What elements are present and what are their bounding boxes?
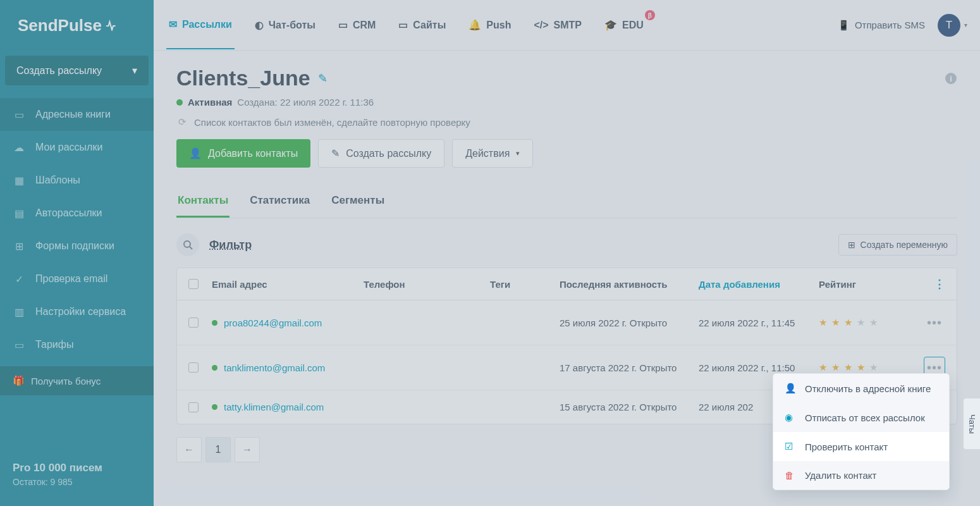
topnav-label: Сайты [413, 20, 446, 31]
filter-link[interactable]: Фильтр [209, 238, 252, 252]
refresh-icon: ⟳ [176, 116, 188, 128]
topnav-item-campaigns[interactable]: ✉Рассылки [166, 1, 235, 49]
get-bonus-button[interactable]: 🎁 Получить бонус [0, 366, 154, 395]
sidebar-item-label: Адресные книги [35, 109, 111, 120]
tab-statistics[interactable]: Статистика [248, 185, 311, 218]
info-icon[interactable]: i [945, 72, 957, 85]
dropdown-item-unsubscribe[interactable]: ◉Отписать от всех рассылок [773, 403, 949, 432]
actions-dropdown-button[interactable]: Действия▾ [452, 139, 533, 168]
envelope-icon: ✉ [169, 18, 177, 30]
svg-text:i: i [950, 74, 952, 83]
sidebar-item-subscription-forms[interactable]: ⊞Формы подписки [0, 230, 154, 262]
topnav-label: SMTP [554, 20, 582, 31]
pulse-icon [106, 20, 119, 31]
row-checkbox[interactable] [188, 402, 199, 412]
btn-label: Действия [465, 148, 510, 159]
sidebar-item-label: Шаблоны [35, 175, 80, 186]
pager-next-button[interactable]: → [235, 437, 260, 462]
sidebar-item-templates[interactable]: ▦Шаблоны [0, 164, 154, 197]
th-phone[interactable]: Телефон [364, 279, 490, 290]
avatar-letter: T [946, 19, 952, 32]
sidebar-item-pricing[interactable]: ▭Тарифы [0, 328, 154, 361]
sidebar-item-label: Проверка email [35, 273, 107, 285]
phone-icon: 📱 [838, 20, 850, 31]
sidebar-item-label: Формы подписки [35, 240, 114, 252]
create-campaign-button-main[interactable]: ✎Создать рассылку [318, 139, 444, 168]
created-text: Создана: 22 июля 2022 г. 11:36 [237, 97, 374, 108]
rating-stars: ★★★★★ [819, 362, 907, 373]
btn-label: Добавить контакты [208, 148, 298, 159]
send-sms-label: Отправить SMS [855, 20, 925, 30]
user-avatar[interactable]: T [938, 14, 960, 37]
added-cell: 22 июля 2022 г., 11:45 [699, 318, 819, 328]
row-checkbox[interactable] [188, 362, 199, 373]
tab-segments[interactable]: Сегменты [330, 185, 386, 218]
create-var-label: Создать переменную [861, 240, 948, 250]
create-campaign-button[interactable]: Создать рассылку ▾ [5, 56, 149, 85]
row-actions-button[interactable]: ••• [924, 312, 945, 333]
bonus-label: Получить бонус [31, 376, 101, 386]
contact-email-link[interactable]: tatty.klimen@gmail.com [212, 402, 364, 412]
activity-cell: 15 августа 2022 г. Открыто [560, 402, 699, 412]
row-checkbox[interactable] [188, 318, 199, 328]
warning-text: Список контактов был изменён, сделайте п… [194, 117, 470, 128]
book-icon: ▭ [13, 108, 25, 121]
th-rating[interactable]: Рейтинг [819, 279, 907, 290]
topnav-item-sites[interactable]: ▭Сайты [396, 1, 448, 49]
chevron-down-icon: ▾ [516, 149, 520, 157]
dropdown-label: Удалить контакт [805, 470, 876, 481]
status-dot [212, 404, 217, 410]
topnav-item-crm[interactable]: ▭CRM [336, 1, 378, 49]
sidebar-item-email-verify[interactable]: ✓Проверка email [0, 262, 154, 295]
th-added[interactable]: Дата добавления [699, 279, 819, 290]
email-text: proa80244@gmail.com [224, 318, 322, 328]
row-actions-dropdown: 👤Отключить в адресной книге ◉Отписать от… [773, 373, 950, 490]
edu-icon: 🎓 [604, 19, 617, 31]
topnav-item-chatbots[interactable]: ◐Чат-боты [252, 1, 318, 49]
edit-title-icon[interactable]: ✎ [318, 71, 328, 85]
pager-prev-button[interactable]: ← [176, 437, 202, 462]
topnav-label: Рассылки [182, 19, 232, 30]
topnav-item-push[interactable]: 🔔Push [466, 1, 513, 49]
contact-email-link[interactable]: proa80244@gmail.com [212, 318, 364, 328]
sidebar-item-settings[interactable]: ▥Настройки сервиса [0, 295, 154, 328]
sidebar-nav: ▭Адресные книги ☁Мои рассылки ▦Шаблоны ▤… [0, 98, 154, 361]
plus-box-icon: ⊞ [848, 240, 855, 250]
dropdown-item-delete[interactable]: 🗑Удалить контакт [773, 461, 949, 490]
brand-logo[interactable]: SendPulse [0, 0, 154, 51]
dropdown-item-disable[interactable]: 👤Отключить в адресной книге [773, 374, 949, 403]
side-chats-tab[interactable]: Чаты [964, 398, 980, 449]
email-text: tatty.klimen@gmail.com [224, 402, 324, 412]
sidebar-item-address-books[interactable]: ▭Адресные книги [0, 98, 154, 131]
add-contacts-button[interactable]: 👤Добавить контакты [176, 139, 310, 168]
chevron-down-icon[interactable]: ▾ [964, 22, 967, 28]
th-tags[interactable]: Теги [490, 279, 560, 290]
topnav-label: CRM [353, 20, 376, 31]
topnav-item-edu[interactable]: 🎓EDUβ [602, 1, 646, 49]
form-icon: ⊞ [13, 240, 25, 252]
contact-email-link[interactable]: tanklimento@gmail.com [212, 362, 364, 373]
topnav-item-smtp[interactable]: </>SMTP [531, 2, 584, 49]
search-button[interactable] [176, 233, 199, 256]
send-sms-button[interactable]: 📱Отправить SMS [838, 20, 925, 31]
svg-line-3 [190, 247, 192, 249]
th-email[interactable]: Email адрес [212, 279, 364, 290]
pager-page-button[interactable]: 1 [205, 437, 231, 462]
sidebar-item-my-campaigns[interactable]: ☁Мои рассылки [0, 131, 154, 164]
tab-contacts[interactable]: Контакты [176, 185, 230, 218]
create-variable-button[interactable]: ⊞Создать переменную [838, 234, 957, 256]
sidebar: SendPulse Создать рассылку ▾ ▭Адресные к… [0, 0, 154, 506]
brand-name: SendPulse [18, 16, 102, 35]
select-all-checkbox[interactable] [188, 279, 199, 289]
th-activity[interactable]: Последняя активность [560, 279, 699, 290]
topnav-label: Чат-боты [269, 20, 315, 31]
btn-label: Создать рассылку [346, 148, 431, 159]
dropdown-item-verify[interactable]: ☑Проверить контакт [773, 432, 949, 461]
sidebar-item-automation[interactable]: ▤Авторассылки [0, 197, 154, 230]
columns-menu-icon[interactable]: ⋮ [934, 277, 945, 291]
create-campaign-label: Создать рассылку [16, 65, 102, 77]
topnav-label: Push [486, 20, 511, 31]
table-row: proa80244@gmail.com 25 июля 2022 г. Откр… [177, 300, 957, 345]
sidebar-item-label: Тарифы [35, 339, 73, 350]
status-dot [212, 365, 217, 371]
